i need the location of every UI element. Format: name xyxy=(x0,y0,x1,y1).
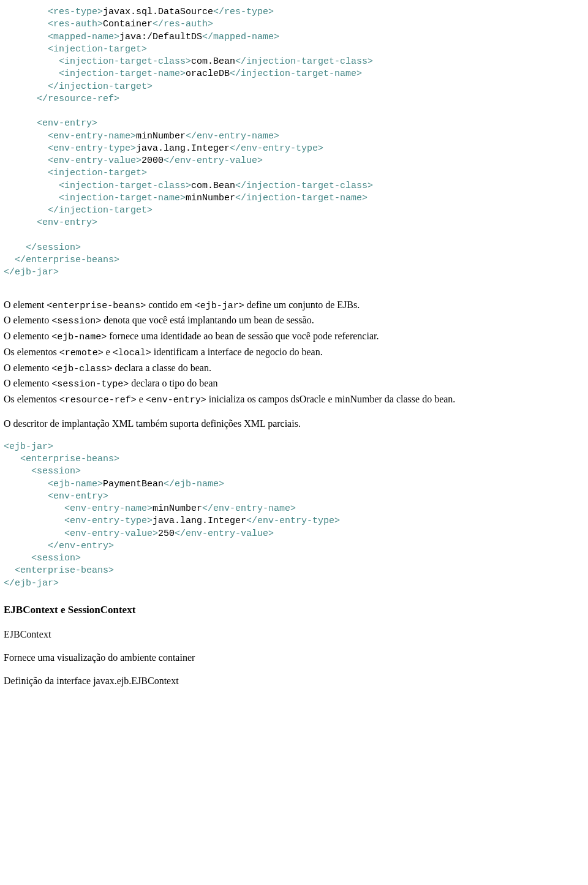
paragraph-definicao-interface: Definição da interface javax.ejb.EJBCont… xyxy=(4,675,588,687)
explain-line-1: O element <enterprise-beans> contido em … xyxy=(4,299,588,312)
heading-ejbcontext-sessioncontext: EJBContext e SessionContext xyxy=(4,603,588,616)
explain-line-3: O elemento <ejb-name> fornece uma identi… xyxy=(4,330,588,344)
code-block-1: <res-type>javax.sql.DataSource</res-type… xyxy=(4,6,588,279)
code-block-2: <ejb-jar> <enterprise-beans> <session> <… xyxy=(4,441,588,590)
explanation-paragraph: O element <enterprise-beans> contido em … xyxy=(4,299,588,407)
paragraph-visualizacao: Fornece uma visualização do ambiente con… xyxy=(4,652,588,664)
subheading-ejbcontext: EJBContext xyxy=(4,628,588,641)
explain-line-5: O elemento <ejb-class> declara a classe … xyxy=(4,362,588,375)
explain-line-8: O descritor de implantação XML também su… xyxy=(4,418,588,430)
explain-line-6: O elemento <session-type> declara o tipo… xyxy=(4,377,588,391)
explain-line-4: Os elementos <remote> e <local> identifi… xyxy=(4,346,588,360)
explain-line-2: O elemento <session> denota que você est… xyxy=(4,314,588,328)
explain-line-7: Os elementos <resource-ref> e <env-entry… xyxy=(4,393,588,407)
